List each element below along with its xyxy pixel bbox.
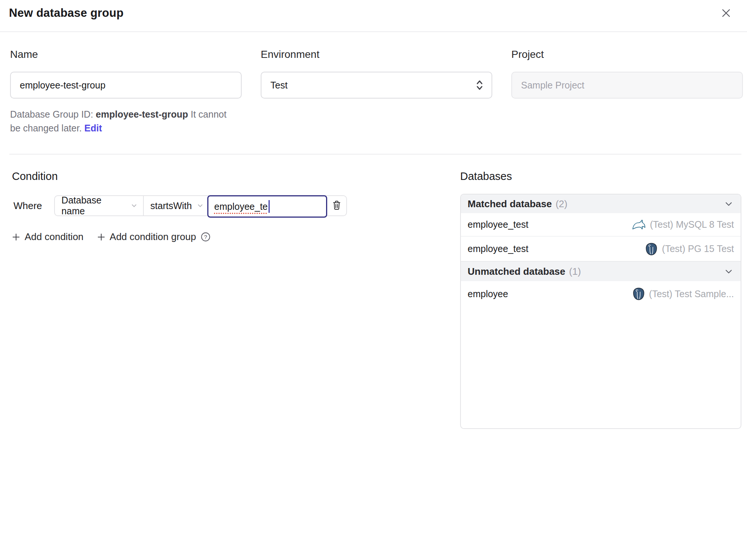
name-label: Name: [10, 49, 242, 60]
database-instance-label: (Test) PG 15 Test: [662, 243, 734, 254]
databases-panel: Matched database (2) employee_test: [460, 194, 741, 429]
add-condition-button[interactable]: Add condition: [11, 231, 84, 243]
unmatched-database-title: Unmatched database: [468, 266, 565, 277]
group-id-note: Database Group ID: employee-test-group I…: [10, 108, 238, 135]
add-condition-group-label: Add condition group: [110, 231, 196, 243]
plus-icon: [96, 232, 106, 242]
condition-section: Condition Where Database name startsWith: [12, 170, 443, 429]
svg-text:?: ?: [204, 234, 207, 240]
unmatched-database-count: (1): [569, 266, 581, 277]
chevron-down-icon: [723, 266, 734, 277]
form-fields-row: Name Environment Test Project: [0, 49, 747, 99]
close-icon: [719, 15, 733, 21]
dialog-header: New database group: [0, 0, 747, 32]
database-instance-label: (Test) Test Sample...: [649, 289, 734, 299]
matched-database-title: Matched database: [468, 198, 552, 210]
environment-field-group: Environment Test: [261, 49, 492, 99]
name-field-group: Name: [10, 49, 242, 99]
condition-factor-value: Database name: [62, 195, 126, 217]
database-name: employee: [468, 289, 508, 299]
chevron-down-icon: [130, 202, 138, 209]
database-instance: (Test) PG 15 Test: [645, 242, 734, 256]
databases-heading: Databases: [460, 170, 741, 183]
databases-section: Databases Matched database (2) employee_…: [460, 170, 741, 429]
condition-value-text: employee_te: [214, 201, 268, 212]
database-row[interactable]: employee (Test) Test Sample...: [461, 281, 741, 307]
unmatched-database-header[interactable]: Unmatched database (1): [461, 261, 741, 281]
dialog-title: New database group: [9, 6, 124, 20]
condition-row: Where Database name startsWith: [13, 195, 443, 216]
trash-icon: [332, 200, 342, 212]
condition-operator-select[interactable]: startsWith: [143, 196, 208, 215]
chevron-down-icon: [196, 202, 204, 209]
matched-database-header[interactable]: Matched database (2): [461, 195, 741, 213]
database-instance: (Test) Test Sample...: [632, 287, 734, 301]
environment-label: Environment: [261, 49, 492, 60]
postgresql-icon: [645, 242, 658, 256]
group-id-note-prefix: Database Group ID:: [10, 109, 96, 119]
project-input: [511, 72, 743, 99]
condition-expression-group: Database name startsWith: [54, 195, 347, 216]
plus-icon: [11, 232, 21, 242]
database-name: employee_test: [468, 219, 529, 230]
database-name: employee_test: [468, 243, 529, 254]
group-id-value: employee-test-group: [96, 109, 188, 119]
name-input[interactable]: [10, 72, 242, 99]
chevron-down-icon: [723, 199, 734, 209]
condition-factor-select[interactable]: Database name: [55, 196, 143, 215]
database-row[interactable]: employee_test (Test) MySQL 8 Test: [461, 213, 741, 237]
mysql-icon: [632, 219, 646, 231]
condition-operator-value: startsWith: [151, 200, 192, 211]
environment-selected-value: Test: [270, 80, 288, 91]
database-instance: (Test) MySQL 8 Test: [632, 219, 734, 231]
project-field-group: Project: [511, 49, 743, 99]
matched-database-count: (2): [555, 198, 567, 210]
environment-select[interactable]: Test: [261, 72, 492, 99]
project-label: Project: [511, 49, 743, 60]
help-circle-icon[interactable]: ?: [201, 232, 211, 242]
close-button[interactable]: [718, 5, 734, 21]
database-row[interactable]: employee_test (Test) PG 15 Test: [461, 237, 741, 261]
delete-condition-button[interactable]: [327, 196, 346, 215]
add-condition-label: Add condition: [25, 231, 84, 243]
add-condition-group-button[interactable]: Add condition group ?: [96, 231, 211, 243]
condition-heading: Condition: [12, 170, 443, 183]
condition-value-input[interactable]: employee_te: [207, 195, 327, 218]
where-label: Where: [13, 200, 42, 212]
database-instance-label: (Test) MySQL 8 Test: [650, 219, 734, 230]
text-cursor: [269, 200, 270, 213]
edit-link[interactable]: Edit: [84, 123, 102, 133]
postgresql-icon: [632, 287, 645, 301]
